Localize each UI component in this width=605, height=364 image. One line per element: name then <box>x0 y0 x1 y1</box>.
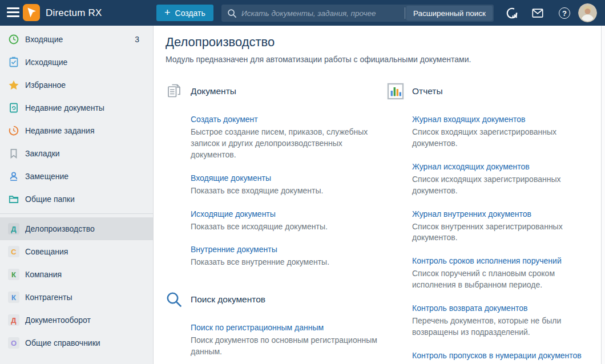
link-block-registration-search: Поиск по регистрационным данным Поиск до… <box>191 322 382 358</box>
right-column: Отчеты Журнал входящих документов Список… <box>387 83 604 364</box>
section-reports: Отчеты Журнал входящих документов Список… <box>387 83 604 364</box>
sidebar-item-substitution[interactable]: Замещение <box>0 165 153 188</box>
numbering-gaps-control-link[interactable]: Контроль пропусков в нумерации документо… <box>412 351 582 360</box>
section-documents: Документы Создать документ Быстрое созда… <box>166 83 382 268</box>
sidebar-module-records-management[interactable]: Д Делопроизводство <box>0 217 153 240</box>
link-description: Список исходящих зарегистрированных доку… <box>412 174 594 197</box>
create-button[interactable]: + Создать <box>156 5 213 21</box>
search-icon <box>227 9 237 18</box>
sidebar-item-outbox[interactable]: Исходящие <box>0 51 153 74</box>
sidebar-item-label: Делопроизводство <box>25 224 139 233</box>
search-separator <box>405 7 405 19</box>
folder-icon <box>8 193 19 205</box>
section-title: Поиск документов <box>191 294 265 305</box>
vertical-scrollbar[interactable] <box>601 26 605 364</box>
performance-icon[interactable] <box>506 7 518 19</box>
sidebar-item-label: Контрагенты <box>25 293 139 302</box>
module-letter-icon: К <box>8 269 19 280</box>
sidebar-item-label: Недавние задания <box>25 126 139 135</box>
section-title: Отчеты <box>412 86 443 96</box>
link-description: Поиск документов по основным регистрацио… <box>191 335 379 358</box>
assignment-deadline-control-link[interactable]: Контроль сроков исполнения поручений <box>412 256 562 265</box>
link-block-incoming-journal: Журнал входящих документов Список входящ… <box>412 114 604 149</box>
star-icon <box>8 79 19 91</box>
link-description: Список внутренних зарегистрированных док… <box>412 221 594 244</box>
link-description: Показать все исходящие документы. <box>191 221 379 233</box>
link-description: Список входящих зарегистрированных докум… <box>412 127 594 149</box>
page-title: Делопроизводство <box>166 35 594 50</box>
global-search-bar: Расширенный поиск <box>221 5 494 22</box>
module-letter-icon: Д <box>8 314 19 326</box>
sidebar-item-shared-folders[interactable]: Общие папки <box>0 188 153 211</box>
link-block-create-document: Создать документ Быстрое создание писем,… <box>191 114 382 161</box>
module-letter-icon: К <box>8 292 19 303</box>
documents-icon <box>166 83 183 100</box>
sidebar-item-label: Недавние документы <box>25 103 139 112</box>
sidebar-item-label: Компания <box>25 270 139 279</box>
sidebar-divider <box>0 213 153 214</box>
directum-logo <box>23 4 40 21</box>
sidebar-module-company[interactable]: К Компания <box>0 263 153 286</box>
sidebar-item-recent-documents[interactable]: Недавние документы <box>0 96 153 119</box>
sidebar-item-label: Избранное <box>25 80 139 90</box>
sidebar-module-counterparties[interactable]: К Контрагенты <box>0 286 153 309</box>
sidebar-item-bookmarks[interactable]: Закладки <box>0 142 153 165</box>
create-document-link[interactable]: Создать документ <box>191 115 258 124</box>
link-block-outgoing-journal: Журнал исходящих документов Список исход… <box>412 161 604 197</box>
link-description: Быстрое создание писем, приказов, служеб… <box>191 127 379 161</box>
sidebar-item-label: Общие справочники <box>25 338 139 347</box>
link-block-incoming-documents: Входящие документы Показать все входящие… <box>191 173 382 197</box>
link-block-return-control: Контроль возврата документов Перечень до… <box>412 303 604 338</box>
module-letter-icon: Д <box>8 223 19 234</box>
link-block-deadline-control: Контроль сроков исполнения поручений Спи… <box>412 256 604 291</box>
recent-document-icon <box>8 102 19 114</box>
create-button-label: Создать <box>175 9 205 18</box>
outgoing-documents-journal-link[interactable]: Журнал исходящих документов <box>412 162 530 171</box>
sidebar-module-meetings[interactable]: С Совещания <box>0 240 153 263</box>
internal-documents-link[interactable]: Внутренние документы <box>191 245 277 254</box>
top-bar: Directum RX + Создать Расширенный поиск <box>0 0 605 26</box>
advanced-search-button[interactable]: Расширенный поиск <box>406 6 493 21</box>
sidebar-item-label: Общие папки <box>25 195 139 204</box>
sidebar-item-label: Документооборот <box>25 316 139 325</box>
link-description: Список поручений с плановым сроком испол… <box>412 268 594 291</box>
registration-data-search-link[interactable]: Поиск по регистрационным данным <box>191 323 324 332</box>
recent-tasks-icon <box>8 125 19 136</box>
section-title: Документы <box>191 86 236 96</box>
sidebar-item-recent-tasks[interactable]: Недавние задания <box>0 119 153 142</box>
main-content: Делопроизводство Модуль предназначен для… <box>154 26 605 364</box>
search-icon <box>166 291 183 308</box>
module-letter-icon: С <box>8 246 19 257</box>
menu-icon[interactable] <box>7 7 19 18</box>
sidebar-item-label: Закладки <box>25 149 139 158</box>
search-input[interactable] <box>237 5 405 22</box>
sidebar-item-favorites[interactable]: Избранное <box>0 74 153 96</box>
module-letter-icon: О <box>8 337 19 349</box>
left-column: Документы Создать документ Быстрое созда… <box>166 83 382 364</box>
document-return-control-link[interactable]: Контроль возврата документов <box>412 304 527 313</box>
bookmark-icon <box>8 148 19 159</box>
link-block-internal-documents: Внутренние документы Показать все внутре… <box>191 244 382 268</box>
mail-icon[interactable] <box>531 7 544 19</box>
sidebar-item-label: Исходящие <box>25 58 139 67</box>
outgoing-documents-link[interactable]: Исходящие документы <box>191 209 276 219</box>
link-description: Перечень документов, которые не были воз… <box>412 316 594 338</box>
sidebar-module-shared-directories[interactable]: О Общие справочники <box>0 331 153 354</box>
sidebar-item-inbox[interactable]: Входящие 3 <box>0 28 153 51</box>
person-icon <box>8 171 19 182</box>
help-icon[interactable]: ? <box>558 7 571 19</box>
link-block-internal-journal: Журнал внутренних документов Список внут… <box>412 209 604 244</box>
page-subtitle: Модуль предназначен для автоматизации ра… <box>166 55 594 64</box>
section-document-search: Поиск документов Поиск по регистрационны… <box>166 291 382 364</box>
sidebar-module-document-flow[interactable]: Д Документооборот <box>0 309 153 331</box>
app-title: Directum RX <box>46 0 102 26</box>
sidebar-item-label: Входящие <box>25 35 135 44</box>
incoming-documents-link[interactable]: Входящие документы <box>191 173 271 183</box>
plus-icon: + <box>164 7 171 18</box>
clipboard-check-icon <box>8 56 19 68</box>
incoming-documents-journal-link[interactable]: Журнал входящих документов <box>412 115 525 124</box>
sidebar: Входящие 3 Исходящие Избранное <box>0 26 154 364</box>
avatar[interactable] <box>578 3 597 22</box>
directum-rx-app: Directum RX + Создать Расширенный поиск <box>0 0 605 364</box>
internal-documents-journal-link[interactable]: Журнал внутренних документов <box>412 209 531 219</box>
